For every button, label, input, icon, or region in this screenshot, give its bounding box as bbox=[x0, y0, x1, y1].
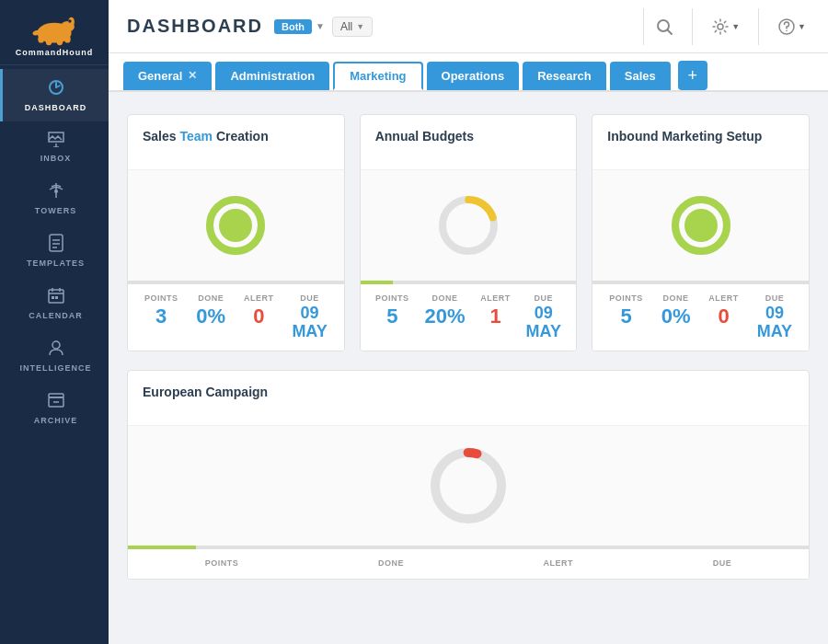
svg-rect-21 bbox=[55, 296, 58, 299]
header-badge[interactable]: Both bbox=[274, 19, 312, 34]
points-value: 5 bbox=[620, 305, 631, 328]
done-value: 20% bbox=[424, 305, 465, 328]
stat-alert: ALERT 0 bbox=[708, 293, 739, 341]
add-tab-icon: + bbox=[687, 66, 697, 86]
due-label: DUE bbox=[300, 293, 319, 303]
card-annual-budgets-title: Annual Budgets bbox=[375, 129, 474, 144]
svg-point-22 bbox=[52, 341, 60, 349]
tab-administration-label: Administration bbox=[230, 69, 315, 83]
card-european-title: European Campaign bbox=[143, 385, 268, 399]
search-button[interactable] bbox=[651, 14, 677, 40]
dashboard-label: DASHBOARD bbox=[25, 103, 87, 112]
stat-points: POINTS 3 bbox=[144, 293, 178, 341]
sidebar-item-inbox[interactable]: INBOX bbox=[0, 121, 109, 172]
logo-text: CommandHound bbox=[16, 48, 94, 57]
badge-arrow: ▼ bbox=[316, 21, 325, 31]
card-annual-budgets-body bbox=[361, 170, 577, 281]
svg-point-38 bbox=[684, 209, 718, 242]
sales-team-donut bbox=[203, 193, 268, 258]
archive-label: ARCHIVE bbox=[34, 416, 78, 425]
tabs-bar: General ✕ Administration Marketing Opera… bbox=[109, 53, 828, 92]
svg-point-30 bbox=[786, 29, 788, 31]
annual-budgets-donut bbox=[436, 193, 500, 258]
main-area: DASHBOARD Both ▼ All ▼ ▼ bbox=[109, 0, 828, 644]
sidebar-item-towers[interactable]: TOWERS bbox=[0, 172, 109, 224]
intelligence-label: INTELLIGENCE bbox=[19, 363, 91, 373]
stat-due: DUE 09MAY bbox=[757, 293, 792, 341]
alert-label: ALERT bbox=[480, 293, 511, 303]
svg-point-4 bbox=[38, 35, 44, 42]
svg-point-11 bbox=[54, 190, 58, 193]
tab-general-close-icon[interactable]: ✕ bbox=[188, 69, 197, 82]
logo-dog-icon bbox=[27, 11, 82, 46]
settings-arrow: ▼ bbox=[731, 22, 740, 31]
european-stats: POINTS DONE ALERT DUE bbox=[128, 549, 809, 579]
stat-alert: ALERT bbox=[544, 558, 574, 569]
svg-point-6 bbox=[57, 38, 63, 45]
sidebar: CommandHound DASHBOARD INBOX bbox=[0, 0, 109, 644]
due-label: DUE bbox=[713, 558, 732, 568]
highlight-text: Team bbox=[179, 129, 213, 144]
card-inbound-header: Inbound Marketing Setup bbox=[592, 115, 809, 170]
tab-general[interactable]: General ✕ bbox=[123, 62, 212, 90]
cards-row-2: European Campaign POINT bbox=[127, 370, 810, 580]
alert-value: 0 bbox=[253, 305, 264, 328]
tab-operations[interactable]: Operations bbox=[427, 62, 520, 90]
done-label: DONE bbox=[198, 293, 224, 303]
stat-done: DONE 0% bbox=[661, 293, 691, 341]
header-divider2 bbox=[692, 8, 693, 45]
filter-arrow-icon: ▼ bbox=[356, 22, 364, 31]
points-label: POINTS bbox=[205, 558, 239, 568]
add-tab-button[interactable]: + bbox=[678, 61, 707, 90]
sidebar-item-dashboard[interactable]: DASHBOARD bbox=[0, 69, 109, 121]
due-value: 09MAY bbox=[757, 305, 792, 341]
page-title: DASHBOARD bbox=[127, 16, 263, 37]
stat-points: POINTS 5 bbox=[375, 293, 409, 341]
sidebar-item-templates[interactable]: TEMPLATES bbox=[0, 224, 109, 277]
towers-icon bbox=[47, 181, 65, 202]
tab-administration[interactable]: Administration bbox=[215, 62, 329, 90]
done-label: DONE bbox=[431, 293, 457, 303]
svg-line-27 bbox=[668, 29, 673, 34]
archive-icon bbox=[47, 391, 65, 412]
help-arrow: ▼ bbox=[798, 22, 806, 31]
european-donut bbox=[427, 444, 510, 527]
help-button[interactable]: ▼ bbox=[774, 14, 810, 40]
card-inbound-title: Inbound Marketing Setup bbox=[607, 129, 762, 144]
cards-row-1: Sales Team Creation bbox=[127, 114, 810, 351]
search-icon bbox=[655, 17, 673, 36]
card-annual-budgets-header: Annual Budgets bbox=[361, 115, 577, 170]
tab-marketing-label: Marketing bbox=[350, 69, 406, 83]
done-label: DONE bbox=[663, 293, 689, 303]
points-label: POINTS bbox=[375, 293, 409, 303]
card-sales-team-title: Sales Team Creation bbox=[143, 129, 269, 144]
stat-done: DONE bbox=[378, 558, 404, 569]
tab-operations-label: Operations bbox=[442, 69, 505, 83]
stat-alert: ALERT 1 bbox=[480, 293, 511, 341]
settings-button[interactable]: ▼ bbox=[707, 14, 743, 40]
towers-label: TOWERS bbox=[35, 206, 76, 215]
tab-research[interactable]: Research bbox=[523, 62, 606, 90]
alert-label: ALERT bbox=[708, 293, 739, 303]
annual-budgets-donut-svg bbox=[436, 193, 500, 258]
calendar-icon bbox=[47, 286, 65, 307]
sidebar-item-calendar[interactable]: CALENDAR bbox=[0, 277, 109, 329]
stat-done: DONE 20% bbox=[424, 293, 465, 341]
card-inbound-marketing: Inbound Marketing Setup bbox=[592, 114, 810, 351]
tab-research-label: Research bbox=[537, 69, 592, 83]
filter-label: All bbox=[340, 20, 352, 33]
sidebar-item-intelligence[interactable]: INTELLIGENCE bbox=[0, 329, 109, 382]
sales-team-stats: POINTS 3 DONE 0% ALERT 0 DUE 09MAY bbox=[128, 284, 344, 351]
card-sales-team-creation: Sales Team Creation bbox=[127, 114, 345, 351]
annual-budgets-stats: POINTS 5 DONE 20% ALERT 1 DUE 09MAY bbox=[361, 284, 577, 351]
stat-done: DONE 0% bbox=[196, 293, 225, 341]
filter-dropdown[interactable]: All ▼ bbox=[332, 17, 373, 37]
card-european-campaign: European Campaign POINT bbox=[127, 370, 810, 580]
svg-rect-12 bbox=[50, 235, 63, 251]
sidebar-item-archive[interactable]: ARCHIVE bbox=[0, 382, 109, 434]
done-label: DONE bbox=[378, 558, 404, 568]
tab-sales[interactable]: Sales bbox=[610, 62, 671, 90]
inbound-stats: POINTS 5 DONE 0% ALERT 0 DUE 09MAY bbox=[592, 284, 809, 351]
stat-due: DUE 09MAY bbox=[526, 293, 561, 341]
tab-marketing[interactable]: Marketing bbox=[333, 62, 422, 90]
